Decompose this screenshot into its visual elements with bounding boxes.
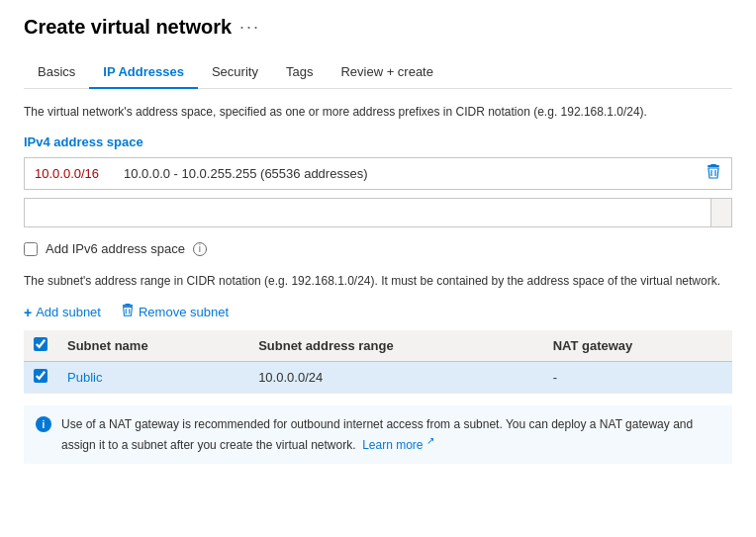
info-circle-icon: i: [36, 416, 51, 432]
subnet-row-checkbox-cell: [24, 362, 57, 394]
tab-tags[interactable]: Tags: [272, 56, 327, 89]
subnet-col-range: Subnet address range: [248, 330, 543, 362]
table-row: Public 10.0.0.0/24 -: [24, 362, 732, 394]
subnet-col-name: Subnet name: [57, 330, 248, 362]
tab-security[interactable]: Security: [198, 56, 272, 89]
address-space-input[interactable]: [24, 198, 711, 227]
info-banner: i Use of a NAT gateway is recommended fo…: [24, 405, 732, 464]
page-options-icon[interactable]: ···: [239, 17, 260, 38]
learn-more-link[interactable]: Learn more ↗: [362, 438, 434, 452]
address-range: 10.0.0.0 - 10.0.255.255 (65536 addresses…: [124, 166, 706, 181]
ipv4-section-label: IPv4 address space: [24, 134, 732, 149]
ipv6-info-icon[interactable]: i: [193, 242, 207, 256]
subnet-row-name-cell: Public: [57, 362, 248, 394]
external-link-icon: ↗: [426, 435, 434, 446]
delete-address-icon[interactable]: [706, 164, 721, 183]
address-row: 10.0.0.0/16 10.0.0.0 - 10.0.255.255 (655…: [25, 158, 731, 189]
subnet-select-all-checkbox[interactable]: [34, 337, 47, 351]
tab-basics[interactable]: Basics: [24, 56, 89, 89]
ipv6-label[interactable]: Add IPv6 address space: [46, 241, 185, 256]
page-title: Create virtual network: [24, 16, 232, 39]
subnet-row-range-cell: 10.0.0.0/24: [248, 362, 543, 394]
address-input-button[interactable]: [711, 198, 732, 227]
trash-icon: [121, 304, 135, 320]
info-banner-text: Use of a NAT gateway is recommended for …: [61, 415, 720, 454]
subnet-row-nat-cell: -: [543, 362, 732, 394]
tab-review-create[interactable]: Review + create: [327, 56, 447, 89]
tab-ip-addresses[interactable]: IP Addresses: [89, 56, 198, 89]
address-space-table: 10.0.0.0/16 10.0.0.0 - 10.0.255.255 (655…: [24, 157, 732, 190]
subnet-name-link[interactable]: Public: [67, 370, 102, 385]
remove-subnet-label: Remove subnet: [139, 305, 229, 319]
remove-subnet-button[interactable]: Remove subnet: [121, 304, 229, 320]
subnet-description: The subnet's address range in CIDR notat…: [24, 272, 732, 290]
tab-bar: Basics IP Addresses Security Tags Review…: [24, 56, 732, 89]
svg-rect-5: [125, 304, 130, 306]
subnet-row-checkbox[interactable]: [34, 369, 47, 383]
subnet-col-nat: NAT gateway: [543, 330, 732, 362]
ipv6-checkbox-row: Add IPv6 address space i: [24, 241, 732, 256]
subnet-table: Subnet name Subnet address range NAT gat…: [24, 330, 732, 394]
plus-icon: +: [24, 305, 32, 320]
svg-rect-1: [710, 164, 716, 166]
add-subnet-button[interactable]: + Add subnet: [24, 305, 101, 320]
subnet-col-checkbox: [24, 330, 57, 362]
address-input-row: [24, 198, 732, 227]
add-subnet-label: Add subnet: [36, 305, 101, 319]
ip-description: The virtual network's address space, spe…: [24, 103, 732, 121]
subnet-actions: + Add subnet Remove subnet: [24, 304, 732, 320]
ipv6-checkbox[interactable]: [24, 242, 38, 256]
address-cidr: 10.0.0.0/16: [35, 166, 124, 181]
